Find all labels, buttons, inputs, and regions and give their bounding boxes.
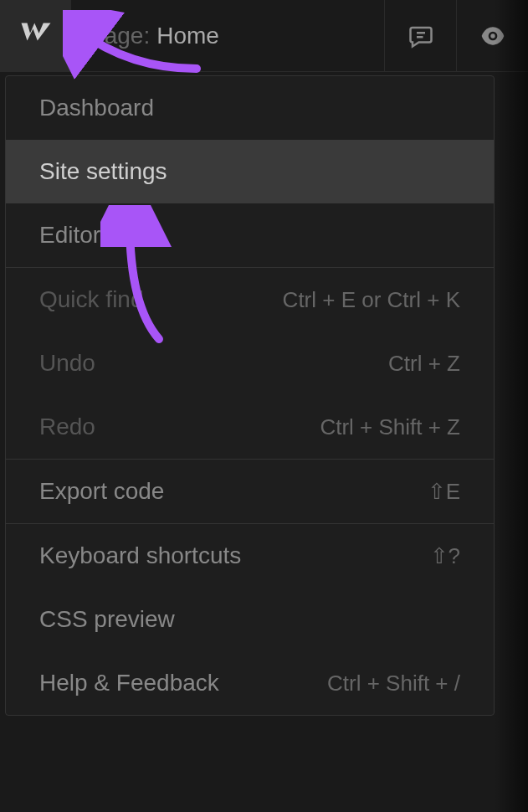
- menu-item-editor[interactable]: Editor: [6, 203, 494, 267]
- preview-button[interactable]: [456, 0, 528, 72]
- menu-item-label: Editor: [39, 222, 100, 249]
- menu-item-dashboard[interactable]: Dashboard: [6, 76, 494, 140]
- menu-item-shortcut: Ctrl + Shift + /: [327, 671, 460, 696]
- menu-item-shortcut: Ctrl + Shift + Z: [320, 414, 460, 440]
- webflow-logo-button[interactable]: [0, 0, 72, 72]
- menu-item-label: Dashboard: [39, 95, 154, 121]
- breadcrumb-label: Page:: [89, 23, 150, 49]
- menu-item-export-code[interactable]: Export code ⇧E: [6, 460, 494, 523]
- menu-item-label: Quick find: [39, 286, 144, 313]
- menu-item-css-preview[interactable]: CSS preview: [6, 588, 494, 651]
- comments-button[interactable]: [384, 0, 456, 72]
- menu-item-label: CSS preview: [39, 606, 175, 633]
- menu-item-label: Site settings: [39, 158, 167, 185]
- menu-item-shortcut: ⇧?: [430, 543, 460, 569]
- menu-item-shortcut: Ctrl + E or Ctrl + K: [283, 287, 460, 313]
- menu-item-label: Export code: [39, 478, 164, 505]
- menu-item-label: Redo: [39, 414, 95, 440]
- chat-icon: [408, 23, 433, 49]
- menu-item-keyboard-shortcuts[interactable]: Keyboard shortcuts ⇧?: [6, 524, 494, 588]
- right-edge-fade: [495, 0, 528, 812]
- menu-item-label: Keyboard shortcuts: [39, 542, 241, 569]
- menu-item-shortcut: Ctrl + Z: [388, 351, 460, 377]
- eye-icon: [479, 23, 506, 49]
- menu-item-site-settings[interactable]: Site settings: [6, 140, 494, 203]
- breadcrumb-value: Home: [156, 23, 219, 49]
- menu-item-label: Undo: [39, 350, 95, 377]
- menu-item-label: Help & Feedback: [39, 670, 219, 696]
- menu-item-redo[interactable]: Redo Ctrl + Shift + Z: [6, 395, 494, 459]
- menu-item-quick-find[interactable]: Quick find Ctrl + E or Ctrl + K: [6, 268, 494, 331]
- main-dropdown-menu: Dashboard Site settings Editor Quick fin…: [5, 75, 495, 716]
- svg-point-3: [490, 33, 495, 38]
- webflow-logo-icon: [18, 14, 54, 58]
- menu-item-undo[interactable]: Undo Ctrl + Z: [6, 331, 494, 395]
- page-breadcrumb[interactable]: Page: Home: [72, 0, 384, 71]
- top-bar: Page: Home: [0, 0, 528, 72]
- menu-item-help-feedback[interactable]: Help & Feedback Ctrl + Shift + /: [6, 651, 494, 715]
- menu-item-shortcut: ⇧E: [428, 479, 460, 505]
